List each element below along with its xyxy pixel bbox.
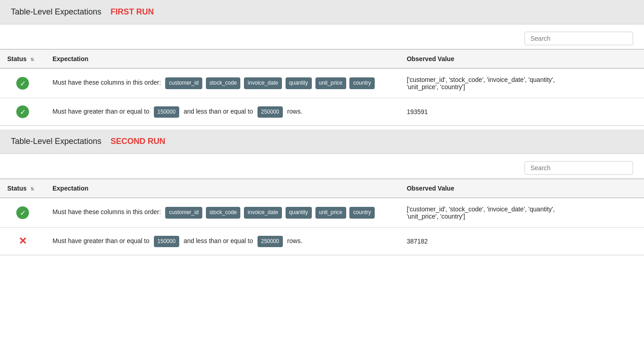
first-run-col-status: Status ⇅ — [0, 49, 45, 68]
second-run-status-2: ✕ — [0, 228, 45, 255]
first-run-header: Table-Level Expectations FIRST RUN — [0, 0, 644, 24]
first-run-section: Table-Level Expectations FIRST RUN Statu… — [0, 0, 644, 126]
tag-invoice-date-1: invoice_date — [244, 77, 281, 89]
second-run-table-header-row: Status ⇅ Expectation Observed Value — [0, 179, 644, 198]
tag-quantity-1: quantity — [286, 77, 312, 89]
first-run-table: Status ⇅ Expectation Observed Value ✓ — [0, 49, 644, 126]
first-run-row-2: ✓ Must have greater than or equal to 150… — [0, 98, 644, 126]
second-run-search-row — [0, 154, 644, 178]
first-run-observed-1: ['customer_id', 'stock_code', 'invoice_d… — [400, 68, 644, 98]
second-run-row-1: ✓ Must have these columns in this order:… — [0, 198, 644, 228]
check-icon-3: ✓ — [16, 206, 29, 219]
first-run-status-2: ✓ — [0, 98, 45, 126]
second-run-expectation-1: Must have these columns in this order: c… — [45, 198, 400, 228]
tag-country-2: country — [349, 207, 374, 219]
tag-customer-id-1: customer_id — [165, 77, 202, 89]
second-run-title: Table-Level Expectations — [11, 137, 101, 146]
first-run-row-1: ✓ Must have these columns in this order:… — [0, 68, 644, 98]
x-icon-1: ✕ — [16, 235, 29, 248]
first-run-col-expectation: Expectation — [45, 49, 400, 68]
second-run-row-2: ✕ Must have greater than or equal to 150… — [0, 228, 644, 255]
second-run-label: SECOND RUN — [110, 137, 165, 146]
second-run-observed-1: ['customer_id', 'stock_code', 'invoice_d… — [400, 198, 644, 228]
first-run-search-row — [0, 24, 644, 49]
second-run-observed-2: 387182 — [400, 228, 644, 255]
first-run-table-header-row: Status ⇅ Expectation Observed Value — [0, 49, 644, 68]
sort-icon-status-2[interactable]: ⇅ — [30, 186, 34, 191]
first-run-observed-2: 193591 — [400, 98, 644, 126]
second-run-header: Table-Level Expectations SECOND RUN — [0, 129, 644, 154]
tag-max-1: 250000 — [258, 106, 283, 118]
first-run-label: FIRST RUN — [110, 7, 154, 17]
tag-unit-price-2: unit_price — [315, 207, 346, 219]
first-run-status-1: ✓ — [0, 68, 45, 98]
first-run-expectation-1: Must have these columns in this order: c… — [45, 68, 400, 98]
tag-min-2: 150000 — [154, 236, 179, 248]
check-icon-2: ✓ — [16, 105, 29, 118]
second-run-table: Status ⇅ Expectation Observed Value ✓ — [0, 178, 644, 255]
check-icon-1: ✓ — [16, 77, 29, 90]
first-run-expectation-2: Must have greater than or equal to 15000… — [45, 98, 400, 126]
tag-customer-id-2: customer_id — [165, 207, 202, 219]
second-run-section: Table-Level Expectations SECOND RUN Stat… — [0, 129, 644, 255]
first-run-col-observed: Observed Value — [400, 49, 644, 68]
second-run-search-input[interactable] — [525, 161, 633, 175]
second-run-expectation-2: Must have greater than or equal to 15000… — [45, 228, 400, 255]
tag-min-1: 150000 — [154, 106, 179, 118]
first-run-title: Table-Level Expectations — [11, 7, 101, 17]
second-run-col-observed: Observed Value — [400, 179, 644, 198]
second-run-col-status: Status ⇅ — [0, 179, 45, 198]
tag-invoice-date-2: invoice_date — [244, 207, 281, 219]
tag-stock-code-1: stock_code — [206, 77, 241, 89]
second-run-status-1: ✓ — [0, 198, 45, 228]
tag-country-1: country — [349, 77, 374, 89]
sort-icon-status[interactable]: ⇅ — [30, 57, 34, 62]
tag-stock-code-2: stock_code — [206, 207, 241, 219]
tag-unit-price-1: unit_price — [315, 77, 346, 89]
tag-quantity-2: quantity — [286, 207, 312, 219]
first-run-search-input[interactable] — [525, 32, 633, 45]
tag-max-2: 250000 — [258, 236, 283, 248]
second-run-col-expectation: Expectation — [45, 179, 400, 198]
